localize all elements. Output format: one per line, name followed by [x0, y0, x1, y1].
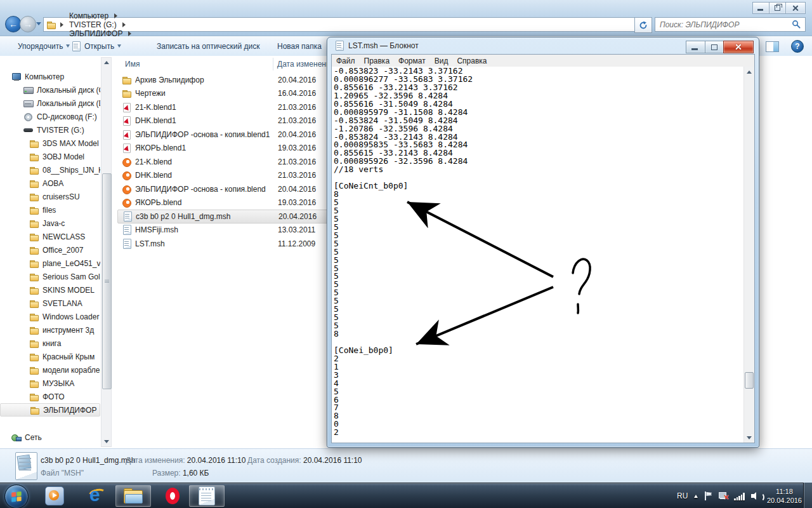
- sidebar-item[interactable]: ЭЛЬПИДИФОР: [0, 403, 100, 417]
- menu-item[interactable]: Правка: [360, 57, 395, 65]
- sidebar-item-label: 3OBJ Model: [43, 152, 84, 161]
- explorer-minimize-button[interactable]: [752, 2, 769, 14]
- notepad-minimize-button[interactable]: [686, 41, 705, 53]
- file-name: 21-K.blend1: [135, 103, 273, 112]
- column-header-name[interactable]: Имя: [125, 60, 140, 69]
- taskbar-notepad[interactable]: [189, 485, 225, 507]
- close-icon: [724, 41, 753, 53]
- sidebar-item[interactable]: Компьютер: [0, 70, 100, 83]
- scroll-up-button[interactable]: [102, 58, 111, 67]
- breadcrumb-item[interactable]: TVISTER (G:): [65, 20, 133, 29]
- sidebar-item-label: 3DS MAX Model: [43, 139, 99, 148]
- start-button[interactable]: [4, 485, 29, 508]
- sidebar-item-icon: [29, 232, 39, 242]
- search-icon[interactable]: [792, 20, 801, 29]
- size-label: Размер:: [152, 469, 181, 478]
- sidebar-item-icon: [29, 298, 39, 309]
- sidebar-item[interactable]: SVETLANA: [0, 297, 100, 310]
- sidebar-item-label: Windows Loader 2: [43, 312, 100, 321]
- sidebar-item[interactable]: Локальный диск (C:): [0, 83, 100, 97]
- preview-pane-icon[interactable]: [766, 41, 779, 52]
- sidebar-item[interactable]: Сеть: [0, 431, 100, 444]
- menu-item[interactable]: Файл: [332, 57, 360, 65]
- menu-item[interactable]: Справка: [452, 57, 491, 65]
- breadcrumb[interactable]: КомпьютерTVISTER (G:)ЭЛЬПИДИФОР: [43, 17, 636, 32]
- signal-bars-icon[interactable]: [734, 492, 745, 500]
- volume-icon[interactable]: [751, 491, 761, 500]
- sidebar-item-label: SKINS MODEL: [43, 286, 95, 295]
- sidebar-scrollbar[interactable]: [101, 57, 112, 447]
- clock[interactable]: 11:18 20.04.2016: [767, 487, 802, 505]
- notepad-text[interactable]: -0.853823 -33.2143 3.37162 0.000896277 -…: [334, 67, 473, 437]
- sidebar-scrollbar-thumb[interactable]: [102, 173, 112, 389]
- sidebar-item[interactable]: Serious Sam Gold E: [0, 270, 100, 283]
- notepad-scrollbar-thumb[interactable]: [745, 372, 754, 389]
- sidebar-item[interactable]: CD-дисковод (F:): [0, 110, 100, 123]
- breadcrumb-item[interactable]: Компьютер: [65, 11, 133, 20]
- sidebar-item[interactable]: ФОТО: [0, 390, 100, 403]
- scroll-down-button[interactable]: [102, 437, 111, 446]
- burn-disc-button[interactable]: Записать на оптический диск: [153, 36, 264, 56]
- notepad-scrollbar[interactable]: [743, 67, 754, 443]
- scroll-down-button[interactable]: [744, 432, 754, 443]
- opera-icon: [166, 488, 180, 504]
- sidebar-item[interactable]: TVISTER (G:): [0, 123, 100, 137]
- sidebar-item[interactable]: Java-c: [0, 217, 100, 230]
- column-separator[interactable]: [273, 58, 273, 70]
- sidebar-item[interactable]: 3OBJ Model: [0, 150, 100, 163]
- show-desktop-button[interactable]: [803, 483, 812, 508]
- help-icon[interactable]: [791, 40, 804, 53]
- sidebar-item[interactable]: cruisersSU: [0, 190, 100, 203]
- taskbar-media-player[interactable]: [37, 485, 72, 507]
- sidebar-item-label: plane_LeO451_v1.3: [43, 259, 100, 268]
- notepad-titlebar[interactable]: LST.msh — Блокнот: [327, 37, 759, 54]
- hidden-icons-icon[interactable]: [694, 495, 698, 498]
- open-label: Открыть: [84, 42, 114, 51]
- menu-item[interactable]: Формат: [394, 57, 430, 65]
- sidebar-item[interactable]: Локальный диск (D:): [0, 97, 100, 110]
- sidebar-item[interactable]: инструмент 3д: [0, 323, 100, 337]
- action-center-flag-icon[interactable]: [704, 491, 712, 500]
- taskbar-explorer[interactable]: [115, 485, 151, 507]
- sidebar-item[interactable]: 3DS MAX Model: [0, 137, 100, 150]
- column-header-date[interactable]: Дата изменения: [277, 60, 334, 69]
- notepad-close-button[interactable]: [723, 41, 754, 53]
- language-indicator[interactable]: RU: [677, 491, 688, 500]
- sidebar-item[interactable]: Office_2007: [0, 243, 100, 257]
- sidebar-item[interactable]: AOBA: [0, 177, 100, 190]
- taskbar-opera[interactable]: [155, 485, 190, 507]
- sidebar-item[interactable]: Красный Крым: [0, 350, 100, 363]
- sidebar-item[interactable]: книга: [0, 337, 100, 350]
- organize-button[interactable]: Упорядочить: [14, 36, 74, 56]
- minimize-icon: [757, 9, 763, 11]
- file-name: Архив Эльпидифор: [135, 76, 273, 84]
- sidebar-item[interactable]: NEWCLASS: [0, 230, 100, 243]
- scroll-up-button[interactable]: [744, 67, 754, 77]
- breadcrumb-items: КомпьютерTVISTER (G:)ЭЛЬПИДИФОР: [65, 11, 133, 38]
- explorer-restore-button[interactable]: [769, 2, 786, 14]
- sidebar-item[interactable]: модели кораблей: [0, 363, 100, 377]
- notepad-restore-button[interactable]: [705, 41, 724, 53]
- file-row[interactable]: c3b b0 p2 0 Hull1_dmg.msh 20.04.2016: [117, 210, 337, 224]
- notepad-text-area[interactable]: -0.853823 -33.2143 3.37162 0.000896277 -…: [332, 67, 754, 443]
- refresh-button[interactable]: [634, 17, 652, 33]
- sidebar-item[interactable]: МУЗЫКА: [0, 377, 100, 390]
- sidebar-item[interactable]: SKINS MODEL: [0, 283, 100, 297]
- sidebar-item[interactable]: Windows Loader 2: [0, 310, 100, 323]
- sidebar-item-icon: [29, 192, 39, 202]
- sidebar-item[interactable]: files: [0, 203, 100, 217]
- open-button[interactable]: Открыть: [67, 36, 125, 56]
- taskbar-internet-explorer[interactable]: e: [79, 485, 114, 507]
- search-box[interactable]: Поиск: ЭЛЬПИДИФОР: [655, 17, 806, 32]
- recent-pages-caret-icon[interactable]: [36, 22, 41, 25]
- sidebar-item[interactable]: plane_LeO451_v1.3: [0, 257, 100, 270]
- system-tray: RU ✕ 11:18 20.04.2016: [677, 483, 802, 508]
- folder-icon: [124, 488, 143, 504]
- sidebar-item[interactable]: 08__Ships_IJN_Kum: [0, 163, 100, 177]
- network-status-icon[interactable]: ✕: [718, 491, 728, 500]
- explorer-close-button[interactable]: [785, 2, 806, 14]
- menu-item[interactable]: Вид: [430, 57, 453, 65]
- sidebar-item-icon: [29, 218, 39, 229]
- forward-button[interactable]: →: [20, 16, 36, 32]
- new-folder-button[interactable]: Новая папка: [273, 36, 325, 56]
